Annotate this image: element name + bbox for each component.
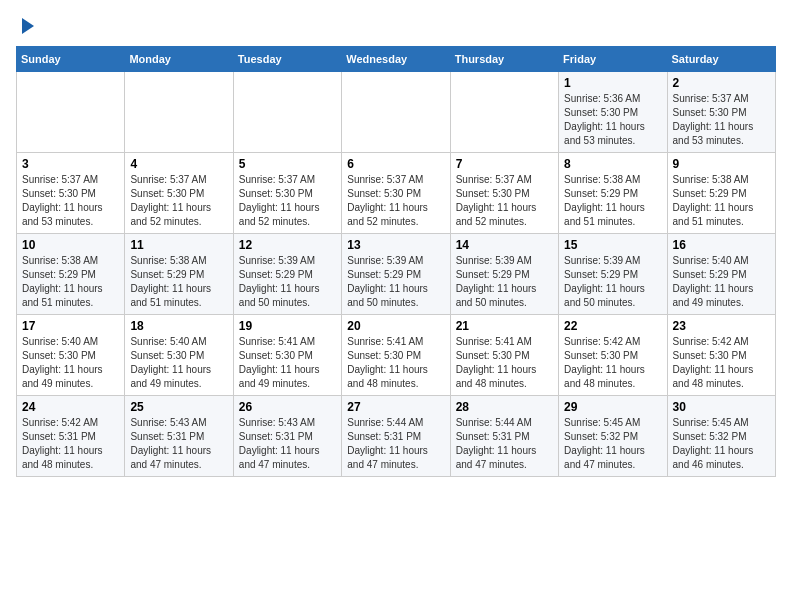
day-number: 19 [239, 319, 336, 333]
calendar-day-cell: 30Sunrise: 5:45 AMSunset: 5:32 PMDayligh… [667, 396, 775, 477]
day-info: Sunrise: 5:37 AMSunset: 5:30 PMDaylight:… [239, 173, 336, 229]
calendar-day-cell: 27Sunrise: 5:44 AMSunset: 5:31 PMDayligh… [342, 396, 450, 477]
calendar-day-cell: 3Sunrise: 5:37 AMSunset: 5:30 PMDaylight… [17, 153, 125, 234]
day-info: Sunrise: 5:41 AMSunset: 5:30 PMDaylight:… [456, 335, 553, 391]
day-info: Sunrise: 5:37 AMSunset: 5:30 PMDaylight:… [22, 173, 119, 229]
day-info: Sunrise: 5:38 AMSunset: 5:29 PMDaylight:… [130, 254, 227, 310]
day-number: 30 [673, 400, 770, 414]
calendar-day-cell: 20Sunrise: 5:41 AMSunset: 5:30 PMDayligh… [342, 315, 450, 396]
day-number: 15 [564, 238, 661, 252]
day-number: 1 [564, 76, 661, 90]
calendar-day-cell: 10Sunrise: 5:38 AMSunset: 5:29 PMDayligh… [17, 234, 125, 315]
calendar-day-cell: 15Sunrise: 5:39 AMSunset: 5:29 PMDayligh… [559, 234, 667, 315]
calendar-day-cell [125, 72, 233, 153]
day-number: 8 [564, 157, 661, 171]
day-info: Sunrise: 5:38 AMSunset: 5:29 PMDaylight:… [673, 173, 770, 229]
calendar-day-cell: 29Sunrise: 5:45 AMSunset: 5:32 PMDayligh… [559, 396, 667, 477]
calendar-week-row: 3Sunrise: 5:37 AMSunset: 5:30 PMDaylight… [17, 153, 776, 234]
calendar-day-cell: 28Sunrise: 5:44 AMSunset: 5:31 PMDayligh… [450, 396, 558, 477]
day-number: 20 [347, 319, 444, 333]
calendar-day-cell [450, 72, 558, 153]
weekday-header-saturday: Saturday [667, 47, 775, 72]
day-number: 28 [456, 400, 553, 414]
calendar-day-cell: 9Sunrise: 5:38 AMSunset: 5:29 PMDaylight… [667, 153, 775, 234]
calendar-day-cell: 4Sunrise: 5:37 AMSunset: 5:30 PMDaylight… [125, 153, 233, 234]
day-info: Sunrise: 5:39 AMSunset: 5:29 PMDaylight:… [456, 254, 553, 310]
weekday-header-thursday: Thursday [450, 47, 558, 72]
day-info: Sunrise: 5:37 AMSunset: 5:30 PMDaylight:… [347, 173, 444, 229]
day-number: 12 [239, 238, 336, 252]
day-number: 11 [130, 238, 227, 252]
calendar-day-cell: 22Sunrise: 5:42 AMSunset: 5:30 PMDayligh… [559, 315, 667, 396]
logo-arrow-icon [22, 18, 34, 34]
day-number: 13 [347, 238, 444, 252]
day-info: Sunrise: 5:38 AMSunset: 5:29 PMDaylight:… [564, 173, 661, 229]
calendar-day-cell: 2Sunrise: 5:37 AMSunset: 5:30 PMDaylight… [667, 72, 775, 153]
day-info: Sunrise: 5:37 AMSunset: 5:30 PMDaylight:… [130, 173, 227, 229]
calendar-week-row: 24Sunrise: 5:42 AMSunset: 5:31 PMDayligh… [17, 396, 776, 477]
calendar-day-cell: 16Sunrise: 5:40 AMSunset: 5:29 PMDayligh… [667, 234, 775, 315]
calendar-day-cell: 7Sunrise: 5:37 AMSunset: 5:30 PMDaylight… [450, 153, 558, 234]
day-info: Sunrise: 5:37 AMSunset: 5:30 PMDaylight:… [673, 92, 770, 148]
day-number: 22 [564, 319, 661, 333]
calendar-day-cell: 14Sunrise: 5:39 AMSunset: 5:29 PMDayligh… [450, 234, 558, 315]
day-number: 24 [22, 400, 119, 414]
page-header [16, 16, 776, 34]
day-info: Sunrise: 5:42 AMSunset: 5:30 PMDaylight:… [673, 335, 770, 391]
day-info: Sunrise: 5:40 AMSunset: 5:29 PMDaylight:… [673, 254, 770, 310]
day-info: Sunrise: 5:37 AMSunset: 5:30 PMDaylight:… [456, 173, 553, 229]
day-number: 21 [456, 319, 553, 333]
weekday-header-wednesday: Wednesday [342, 47, 450, 72]
day-number: 14 [456, 238, 553, 252]
calendar-day-cell [233, 72, 341, 153]
calendar-day-cell: 1Sunrise: 5:36 AMSunset: 5:30 PMDaylight… [559, 72, 667, 153]
day-number: 29 [564, 400, 661, 414]
calendar-day-cell: 23Sunrise: 5:42 AMSunset: 5:30 PMDayligh… [667, 315, 775, 396]
day-number: 7 [456, 157, 553, 171]
day-info: Sunrise: 5:42 AMSunset: 5:31 PMDaylight:… [22, 416, 119, 472]
day-info: Sunrise: 5:39 AMSunset: 5:29 PMDaylight:… [239, 254, 336, 310]
calendar-day-cell: 8Sunrise: 5:38 AMSunset: 5:29 PMDaylight… [559, 153, 667, 234]
calendar-day-cell: 13Sunrise: 5:39 AMSunset: 5:29 PMDayligh… [342, 234, 450, 315]
day-number: 17 [22, 319, 119, 333]
day-number: 26 [239, 400, 336, 414]
calendar-day-cell: 18Sunrise: 5:40 AMSunset: 5:30 PMDayligh… [125, 315, 233, 396]
day-info: Sunrise: 5:41 AMSunset: 5:30 PMDaylight:… [347, 335, 444, 391]
day-info: Sunrise: 5:43 AMSunset: 5:31 PMDaylight:… [130, 416, 227, 472]
calendar-day-cell: 21Sunrise: 5:41 AMSunset: 5:30 PMDayligh… [450, 315, 558, 396]
day-number: 5 [239, 157, 336, 171]
calendar-header: SundayMondayTuesdayWednesdayThursdayFrid… [17, 47, 776, 72]
day-number: 10 [22, 238, 119, 252]
calendar-week-row: 1Sunrise: 5:36 AMSunset: 5:30 PMDaylight… [17, 72, 776, 153]
day-info: Sunrise: 5:39 AMSunset: 5:29 PMDaylight:… [347, 254, 444, 310]
day-number: 4 [130, 157, 227, 171]
calendar-day-cell: 19Sunrise: 5:41 AMSunset: 5:30 PMDayligh… [233, 315, 341, 396]
day-info: Sunrise: 5:45 AMSunset: 5:32 PMDaylight:… [564, 416, 661, 472]
day-number: 3 [22, 157, 119, 171]
calendar-day-cell: 25Sunrise: 5:43 AMSunset: 5:31 PMDayligh… [125, 396, 233, 477]
day-info: Sunrise: 5:40 AMSunset: 5:30 PMDaylight:… [22, 335, 119, 391]
weekday-header-monday: Monday [125, 47, 233, 72]
weekday-header-friday: Friday [559, 47, 667, 72]
day-info: Sunrise: 5:42 AMSunset: 5:30 PMDaylight:… [564, 335, 661, 391]
day-info: Sunrise: 5:45 AMSunset: 5:32 PMDaylight:… [673, 416, 770, 472]
day-number: 2 [673, 76, 770, 90]
day-number: 23 [673, 319, 770, 333]
day-info: Sunrise: 5:39 AMSunset: 5:29 PMDaylight:… [564, 254, 661, 310]
day-info: Sunrise: 5:44 AMSunset: 5:31 PMDaylight:… [347, 416, 444, 472]
day-number: 25 [130, 400, 227, 414]
day-number: 6 [347, 157, 444, 171]
logo [16, 16, 34, 34]
calendar-body: 1Sunrise: 5:36 AMSunset: 5:30 PMDaylight… [17, 72, 776, 477]
calendar-day-cell: 17Sunrise: 5:40 AMSunset: 5:30 PMDayligh… [17, 315, 125, 396]
day-info: Sunrise: 5:41 AMSunset: 5:30 PMDaylight:… [239, 335, 336, 391]
weekday-header-sunday: Sunday [17, 47, 125, 72]
day-info: Sunrise: 5:36 AMSunset: 5:30 PMDaylight:… [564, 92, 661, 148]
day-number: 9 [673, 157, 770, 171]
calendar-table: SundayMondayTuesdayWednesdayThursdayFrid… [16, 46, 776, 477]
calendar-day-cell: 6Sunrise: 5:37 AMSunset: 5:30 PMDaylight… [342, 153, 450, 234]
day-number: 16 [673, 238, 770, 252]
weekday-header-tuesday: Tuesday [233, 47, 341, 72]
calendar-day-cell: 11Sunrise: 5:38 AMSunset: 5:29 PMDayligh… [125, 234, 233, 315]
calendar-day-cell: 24Sunrise: 5:42 AMSunset: 5:31 PMDayligh… [17, 396, 125, 477]
